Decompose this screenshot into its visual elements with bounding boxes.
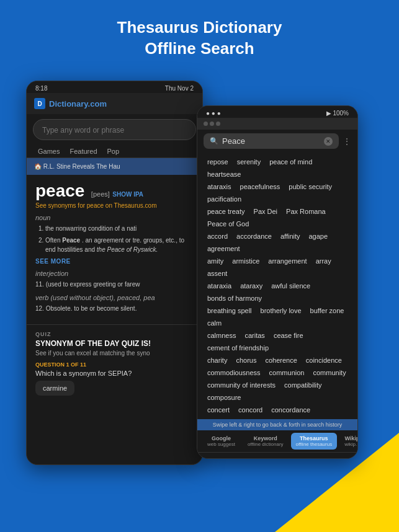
tablet-left: 8:18 Thu Nov 2 D Dictionary.com Games Fe… [26, 81, 203, 465]
source-tab-sub: wikip... [344, 441, 357, 447]
thes-word[interactable]: caritas [241, 330, 268, 341]
source-tab-google[interactable]: Googleweb suggest [202, 433, 240, 450]
thes-word[interactable]: awful silence [267, 280, 314, 291]
thes-word[interactable]: serenity [233, 156, 265, 167]
dict-quiz-section: QUIZ SYNONYM OF THE DAY QUIZ IS! See if … [27, 324, 202, 402]
pages-icon[interactable]: ⬜ [300, 456, 315, 459]
thes-word[interactable]: assent [204, 268, 231, 279]
nav-pop[interactable]: Pop [102, 145, 125, 157]
thes-word-row: community of interestscompatibilitycompo… [204, 379, 351, 403]
thes-word[interactable]: ataraxy [236, 280, 266, 291]
browser-dot-1 [204, 122, 208, 126]
source-tab-sub: web suggest [207, 441, 235, 447]
thes-word[interactable]: conformance [204, 417, 251, 419]
thes-word[interactable]: Pax Dei [250, 206, 282, 217]
thes-word[interactable]: cement of friendship [204, 342, 272, 353]
status-bar-left: 8:18 Thu Nov 2 [27, 81, 202, 93]
thes-word[interactable]: calmness [204, 330, 240, 341]
thes-results[interactable]: reposeserenitypeace of mindheartseaseata… [197, 153, 357, 419]
thes-word[interactable]: armistice [228, 255, 263, 267]
search-icon[interactable]: 🔍 [270, 456, 285, 459]
nav-featured[interactable]: Featured [65, 145, 102, 157]
thes-word[interactable]: peace treaty [204, 206, 249, 217]
thes-word[interactable]: array [312, 255, 335, 267]
thes-word[interactable]: community [309, 367, 349, 378]
thes-word[interactable]: brotherly love [257, 305, 305, 316]
thes-search-text: Peace [222, 136, 320, 146]
compass-icon[interactable]: ⊙ [211, 456, 226, 459]
thes-word[interactable]: buffer zone [307, 305, 348, 316]
thes-word[interactable]: coincidence [302, 355, 346, 366]
thes-word-row: breathing spellbrotherly lovebuffer zone… [204, 305, 351, 329]
thes-word[interactable]: accord [204, 231, 231, 242]
thes-word[interactable]: agreement [204, 243, 244, 254]
thes-search-icon: 🔍 [210, 137, 218, 145]
thes-word[interactable]: concordance [267, 404, 314, 415]
book-icon[interactable]: 📖 [240, 456, 255, 459]
thes-word-row: calmnesscaritascease firecement of frien… [204, 330, 351, 353]
thes-word[interactable]: ataraxis [204, 181, 235, 192]
thes-word[interactable]: charity [204, 355, 231, 366]
dict-search-bar[interactable] [33, 119, 196, 140]
browser-dots [204, 122, 220, 126]
source-tab-label: Wikip [344, 435, 357, 441]
see-more-link[interactable]: SEE MORE [35, 258, 194, 265]
thes-word[interactable]: peacefulness [236, 181, 284, 192]
thes-word[interactable]: commodiousness [204, 367, 264, 378]
thes-search-clear[interactable]: ✕ [324, 137, 333, 146]
app-title: Thesaurus Dictionary Offline Search [0, 0, 399, 71]
source-tab-label: Google [207, 435, 235, 441]
thes-word[interactable]: coherence [261, 355, 300, 366]
synonyms-link[interactable]: See synonyms for peace on Thesaurus.com [35, 202, 194, 209]
source-tab-sub: offline dictionary [248, 441, 284, 447]
source-tab-wikip[interactable]: Wikipwikip... [339, 433, 357, 450]
thes-word[interactable]: arrangement [264, 255, 310, 267]
thes-word[interactable]: Peace of God [204, 218, 253, 229]
thes-word[interactable]: concord [235, 404, 266, 415]
thes-word[interactable]: composure [204, 392, 244, 403]
def-interjection: 11. (used to express greeting or farew [35, 280, 194, 289]
thes-word[interactable]: public security [285, 181, 336, 192]
quiz-answer[interactable]: carmine [35, 381, 74, 396]
thes-word[interactable]: pacification [204, 193, 245, 205]
thes-word-row: commodiousnesscommunioncommunity [204, 367, 351, 378]
thes-word[interactable]: repose [204, 156, 232, 167]
quiz-subtitle: See if you can excel at matching the syn… [35, 350, 194, 357]
dict-banner[interactable]: 🏠 R.L. Stine Reveals The Hau [27, 158, 202, 175]
thes-word[interactable]: concert [204, 404, 233, 415]
source-tab-thesaurus[interactable]: Thesaurusoffline thesaurus [291, 433, 338, 450]
device-wrapper: 8:18 Thu Nov 2 D Dictionary.com Games Fe… [26, 81, 374, 515]
dict-banner-text: 🏠 R.L. Stine Reveals The Hau [34, 163, 120, 170]
thes-hint-bar: Swipe left & right to go back & forth in… [197, 419, 357, 430]
list-icon[interactable]: ☰ [329, 456, 344, 459]
thes-search-row[interactable]: 🔍 Peace ✕ ⋮ [197, 130, 357, 153]
quiz-title[interactable]: SYNONYM OF THE DAY QUIZ IS! [35, 339, 194, 348]
source-tab-label: Thesaurus [296, 435, 333, 441]
thes-word[interactable]: breathing spell [204, 305, 256, 316]
thes-word[interactable]: compatibility [280, 379, 326, 391]
thes-word[interactable]: chorus [232, 355, 260, 366]
thes-word[interactable]: agape [305, 231, 332, 242]
thes-word[interactable]: peace of mind [266, 156, 316, 167]
pos-verb: verb (used without object), peaced, pea [35, 294, 194, 301]
nav-games[interactable]: Games [33, 145, 65, 157]
source-tab-keyword[interactable]: Keywordoffline dictionary [243, 433, 289, 450]
thes-word[interactable]: community of interests [204, 379, 279, 391]
definition-2: Often Peace . an agreement or tre. group… [45, 236, 194, 254]
dict-search-input[interactable] [42, 126, 187, 135]
thes-word[interactable]: Pax Romana [282, 206, 330, 217]
thes-word[interactable]: bonds of harmony [204, 293, 266, 304]
thes-word[interactable]: accordance [233, 231, 276, 242]
thes-word[interactable]: cease fire [270, 330, 307, 341]
thes-word[interactable]: heartsease [204, 169, 244, 180]
thes-word[interactable]: affinity [277, 231, 304, 242]
thes-word-row: amityarmisticearrangementarrayassent [204, 255, 351, 279]
thes-word[interactable]: communion [266, 367, 308, 378]
thes-options-button[interactable]: ⋮ [343, 136, 351, 146]
show-ipa-button[interactable]: SHOW IPA [112, 191, 143, 198]
thes-word[interactable]: amity [204, 255, 227, 267]
thes-word-row: ataraxispeacefulnesspublic securitypacif… [204, 181, 351, 205]
thes-word[interactable]: ataraxia [204, 280, 235, 291]
thes-word[interactable]: calm [204, 317, 225, 329]
thes-search-box[interactable]: 🔍 Peace ✕ [204, 133, 339, 149]
